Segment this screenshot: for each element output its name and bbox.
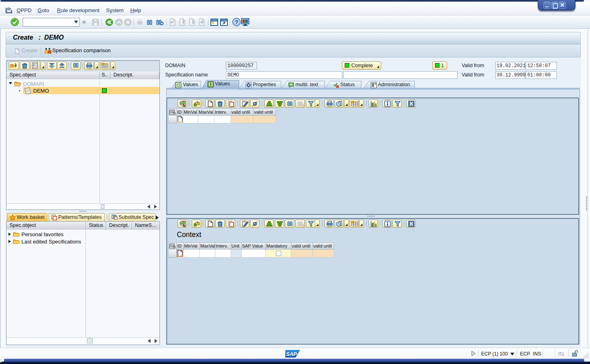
svg-text:?: ?: [235, 19, 238, 25]
svg-text:SAP: SAP: [286, 351, 297, 357]
